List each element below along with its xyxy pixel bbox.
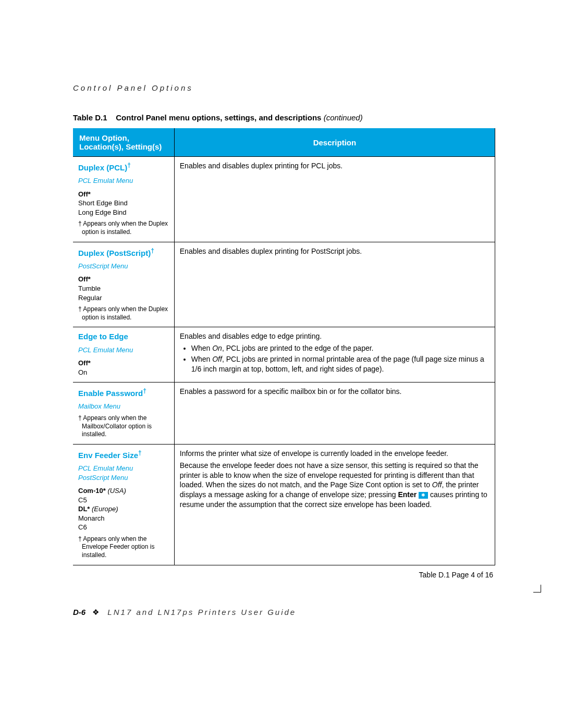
enter-key-icon: ✱ (419, 492, 428, 499)
option-title: Duplex (PostScript)† (78, 249, 154, 257)
menu-location: PCL Emulat Menu (78, 176, 169, 186)
col-header-right: Description (174, 128, 495, 157)
menu-location: PostScript Menu (78, 473, 169, 483)
table-row: Env Feeder Size† PCL Emulat Menu PostScr… (73, 444, 495, 565)
table-row: Edge to Edge PCL Emulat Menu Off*On Enab… (73, 327, 495, 382)
option-title: Edge to Edge (78, 332, 128, 341)
menu-location: PostScript Menu (78, 262, 169, 271)
caption-continued: (continued) (324, 113, 363, 122)
option-footnote: † Appears only when the Duplex option is… (78, 220, 169, 236)
crop-mark-icon (533, 585, 541, 593)
col-header-left: Menu Option, Location(s), Setting(s) (73, 128, 174, 157)
option-description: Enables and disables duplex printing for… (174, 242, 495, 327)
table-row: Duplex (PCL)† PCL Emulat Menu Off*Short … (73, 157, 495, 242)
option-settings: Off*TumbleRegular (78, 275, 169, 302)
option-description: Informs the printer what size of envelop… (174, 444, 495, 565)
menu-location: PCL Emulat Menu (78, 346, 169, 355)
table-pager: Table D.1 Page 4 of 16 (73, 571, 495, 579)
page-footer: D-6 ❖ LN17 and LN17ps Printers User Guid… (73, 608, 495, 617)
menu-location: PCL Emulat Menu (78, 464, 169, 473)
table-row: Enable Password† Mailbox Menu † Appears … (73, 382, 495, 445)
option-description: Enables and disables duplex printing for… (174, 157, 495, 242)
options-table: Menu Option, Location(s), Setting(s) Des… (73, 128, 495, 565)
option-footnote: † Appears only when the Duplex option is… (78, 305, 169, 322)
option-footnote: † Appears only when the Mailbox/Collator… (78, 414, 169, 439)
option-settings: Off*On (78, 359, 169, 377)
option-description: Enables a password for a specific mailbo… (174, 382, 495, 445)
section-header: Control Panel Options (73, 83, 495, 92)
menu-location: Mailbox Menu (78, 402, 169, 411)
table-row: Duplex (PostScript)† PostScript Menu Off… (73, 242, 495, 327)
option-title: Env Feeder Size† (78, 451, 142, 460)
option-settings: Com-10* (USA)C5DL* (Europe)MonarchC6 (78, 486, 169, 532)
option-title: Duplex (PCL)† (78, 163, 131, 172)
caption-title: Control Panel menu options, settings, an… (116, 113, 321, 122)
option-title: Enable Password† (78, 389, 146, 398)
option-footnote: † Appears only when the Envelope Feeder … (78, 535, 169, 560)
caption-label: Table D.1 (73, 113, 107, 122)
option-settings: Off*Short Edge BindLong Edge Bind (78, 190, 169, 217)
table-caption: Table D.1 Control Panel menu options, se… (73, 113, 495, 122)
option-description: Enables and disables edge to edge printi… (174, 327, 495, 382)
